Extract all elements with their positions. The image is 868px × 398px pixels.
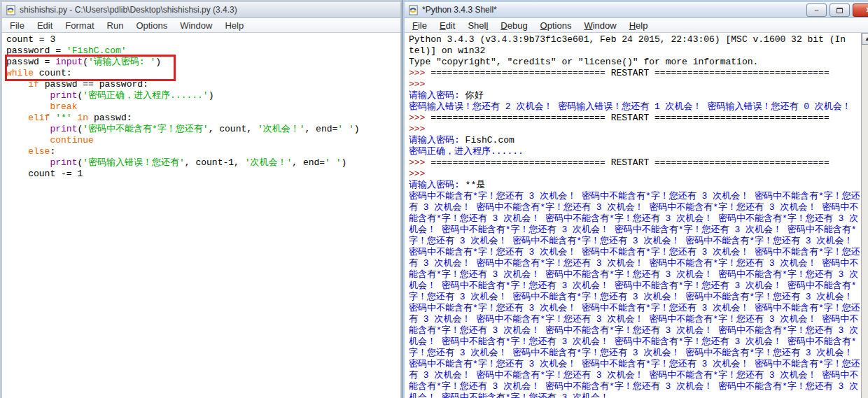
menu-item-window[interactable]: Window bbox=[174, 20, 218, 31]
menu-item-edit[interactable]: Edit bbox=[31, 20, 59, 31]
text-line: print('密码中不能含有*字！您还有', count, '次机会！', en… bbox=[6, 124, 400, 135]
menu-item-window[interactable]: Window bbox=[578, 20, 622, 31]
text-line: >>> bbox=[409, 169, 863, 180]
shell-content-area[interactable]: Python 3.4.3 (v3.4.3:9b73f1c3e601, Feb 2… bbox=[405, 33, 868, 398]
text-line: >>> bbox=[409, 124, 863, 135]
maximize-icon bbox=[836, 8, 843, 13]
idle-shell-icon bbox=[408, 5, 419, 15]
text-line: print('密码正确，进入程序......') bbox=[6, 90, 400, 101]
text-line: 密码输入错误！您还有 2 次机会！ 密码输入错误！您还有 1 次机会！ 密码输入… bbox=[409, 101, 863, 113]
text-line: Python 3.4.3 (v3.4.3:9b73f1c3e601, Feb 2… bbox=[409, 34, 863, 45]
vertical-scrollbar[interactable]: ▲ bbox=[861, 33, 868, 398]
text-line: 密码正确，进入程序...... bbox=[409, 146, 863, 157]
text-line: 请输入密码: 你好 bbox=[409, 90, 863, 101]
close-button[interactable]: ✕ bbox=[853, 3, 868, 17]
menu-item-edit[interactable]: Edit bbox=[433, 20, 461, 31]
text-line: 请输入密码: FishC.com bbox=[409, 135, 863, 146]
menu-item-help[interactable]: Help bbox=[623, 20, 654, 31]
menu-item-options[interactable]: Options bbox=[130, 20, 174, 31]
editor-menubar: FileEditFormatRunOptionsWindowHelp bbox=[2, 18, 400, 33]
idle-file-icon bbox=[6, 5, 16, 15]
menu-item-shell[interactable]: Shell bbox=[461, 20, 494, 31]
text-line: print('密码输入错误！您还有', count-1, '次机会！', end… bbox=[6, 157, 400, 169]
shell-window: *Python 3.4.3 Shell* – ✕ FileEditShellDe… bbox=[402, 0, 868, 398]
menu-item-options[interactable]: Options bbox=[534, 20, 578, 31]
shell-output: Python 3.4.3 (v3.4.3:9b73f1c3e601, Feb 2… bbox=[405, 33, 863, 398]
menu-item-file[interactable]: File bbox=[406, 20, 433, 31]
maximize-button[interactable] bbox=[830, 3, 850, 17]
text-line: >>> ================================ RES… bbox=[409, 113, 863, 124]
editor-titlebar[interactable]: shishishsi.py - C:\Users\pdlib\Desktop\s… bbox=[2, 2, 400, 18]
scroll-up-arrow-icon[interactable]: ▲ bbox=[862, 33, 868, 45]
caption-buttons: – ✕ bbox=[806, 3, 868, 17]
menu-item-file[interactable]: File bbox=[4, 20, 31, 31]
text-line: 请输入密码: **是 bbox=[409, 180, 863, 191]
text-line: >>> ================================ RES… bbox=[409, 157, 863, 169]
text-line: elif '*' in passwd: bbox=[6, 113, 400, 124]
text-line: else: bbox=[6, 146, 400, 157]
error-flood-text: 密码中不能含有*字！您还有 3 次机会！ 密码中不能含有*字！您还有 3 次机会… bbox=[409, 191, 863, 398]
shell-window-title: *Python 3.4.3 Shell* bbox=[422, 5, 497, 15]
text-line: continue bbox=[6, 135, 400, 146]
minimize-button[interactable]: – bbox=[806, 3, 827, 17]
menu-item-format[interactable]: Format bbox=[59, 20, 100, 31]
text-line: >>> bbox=[409, 79, 863, 90]
shell-titlebar[interactable]: *Python 3.4.3 Shell* – ✕ bbox=[405, 2, 868, 18]
menu-item-run[interactable]: Run bbox=[101, 20, 130, 31]
red-annotation-box bbox=[5, 55, 176, 81]
text-line: Type "copyright", "credits" or "license(… bbox=[409, 57, 863, 68]
text-line: count -= 1 bbox=[6, 169, 400, 180]
menu-item-help[interactable]: Help bbox=[218, 20, 250, 31]
text-line: >>> ================================ RES… bbox=[409, 68, 863, 79]
editor-content[interactable]: count = 3password = 'FishC.com'passwd = … bbox=[2, 33, 400, 398]
menu-item-debug[interactable]: Debug bbox=[494, 20, 533, 31]
text-line: break bbox=[6, 101, 400, 113]
editor-window-title: shishishsi.py - C:\Users\pdlib\Desktop\s… bbox=[20, 5, 237, 15]
text-line: tel)] on win32 bbox=[409, 45, 863, 57]
editor-window: shishishsi.py - C:\Users\pdlib\Desktop\s… bbox=[0, 0, 402, 398]
text-line: count = 3 bbox=[6, 34, 400, 45]
shell-menubar: FileEditShellDebugOptionsWindowHelp bbox=[405, 18, 868, 33]
